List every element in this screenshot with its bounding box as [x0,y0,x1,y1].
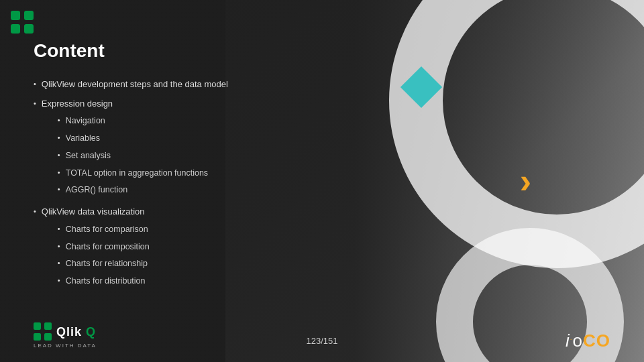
sub-dot-icon: • [58,182,60,196]
sub-dot-icon: • [58,148,60,162]
qlik-dot-3 [34,333,41,341]
bullet-text: Expression design [42,99,113,109]
bullet-dot-icon: • [34,96,36,111]
sub-dot-icon: • [58,222,60,236]
qlik-tagline: LEAD WITH DATA [34,343,97,349]
list-item: • AGGR() function [58,182,208,198]
ioco-o-text: o [573,330,583,351]
list-item: • QlikView development steps and the dat… [34,76,315,93]
sub-bullet-text: Charts for relationship [66,256,148,272]
sub-dot-icon: • [58,113,60,127]
chevron-right-icon: › [520,161,531,201]
sub-bullet-text: Set analysis [66,148,111,164]
qlik-q-icon: Q [86,325,96,339]
sub-bullet-text: Navigation [66,113,105,129]
sub-bullet-text: TOTAL option in aggregation functions [66,166,208,182]
slide: › Content • QlikView development steps a… [0,0,644,362]
list-item: • Charts for distribution [58,274,150,290]
bullet-dot-icon: • [34,204,36,219]
qlik-dot-1 [34,322,41,330]
list-item: • Charts for comparison [58,222,150,238]
sub-bullet-list: • Charts for comparison • Charts for com… [58,222,150,290]
ioco-logo: i.oCO [566,330,610,351]
sub-bullet-text: Charts for comparison [66,222,148,238]
list-item: • QlikView data visualization • Charts f… [34,204,315,291]
sub-bullet-text: AGGR() function [66,182,127,198]
page-number: 123/151 [307,336,338,346]
slide-title: Content [34,40,315,62]
sub-bullet-list: • Navigation • Variables • Set analysis [58,113,208,198]
qlik-brand-text: Qlik Q [56,325,96,339]
sub-dot-icon: • [58,256,60,270]
list-item: • Expression design • Navigation • Varia… [34,96,315,200]
list-item: • Charts for composition [58,239,150,255]
qlik-logo: Qlik Q [34,322,96,341]
bullet-text: QlikView data visualization [42,206,145,217]
brand-dot-1 [11,11,20,20]
qlik-dot-2 [44,322,52,330]
qlik-logo-area: Qlik Q LEAD WITH DATA [34,322,97,349]
main-bullet-list: • QlikView development steps and the dat… [34,76,315,291]
ioco-i-text: i [566,330,570,351]
sub-bullet-text: Charts for distribution [66,274,146,290]
sub-dot-icon: • [58,166,60,180]
sub-bullet-text: Variables [66,131,100,147]
bullet-text: QlikView development steps and the data … [42,76,228,93]
list-item: • Navigation [58,113,208,129]
list-item: • Charts for relationship [58,256,150,272]
brand-dot-3 [11,24,20,34]
bullet-dot-icon: • [34,76,36,91]
list-item: • TOTAL option in aggregation functions [58,166,208,182]
brand-dot-4 [24,24,34,34]
list-item: • Set analysis [58,148,208,164]
content-area: Content • QlikView development steps and… [0,0,349,362]
sub-dot-icon: • [58,274,60,288]
sub-dot-icon: • [58,131,60,145]
brand-dot-2 [24,11,34,20]
list-item: • Variables [58,131,208,147]
qlik-dot-4 [44,333,52,341]
topleft-brand-icon [11,11,35,35]
qlik-logo-icon [34,322,52,341]
sub-dot-icon: • [58,239,60,253]
sub-bullet-text: Charts for composition [66,239,150,255]
ioco-co-text: CO [583,330,610,351]
